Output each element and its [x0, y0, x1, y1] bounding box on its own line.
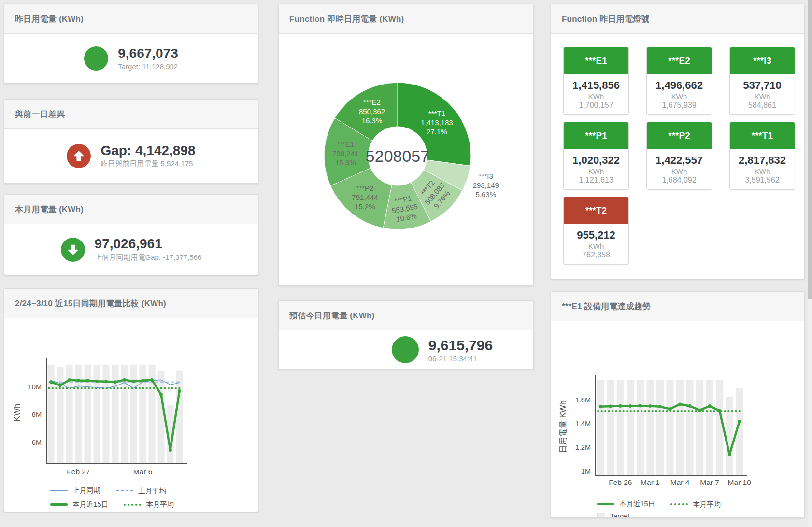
card-body: 97,026,961 上個月同期用電Gap: -17,377,566: [4, 224, 258, 275]
data-point-marker: [141, 379, 144, 382]
target-bar: [157, 371, 164, 463]
legend-item[interactable]: 本月近15日: [50, 500, 108, 509]
lamp-tile-body: 1,415,856KWh1,700,157: [564, 74, 628, 114]
lamp-tile-target: 1,684,092: [662, 176, 696, 185]
card-title: 與前一日差異: [15, 109, 65, 120]
data-point-marker: [114, 380, 117, 384]
legend-item[interactable]: 本月平均: [670, 500, 721, 509]
gap-subtext: 昨日與前日用電量 5,524,175: [100, 159, 195, 169]
target-bar: [597, 380, 604, 475]
target-bar: [130, 365, 137, 463]
lamp-tile-target: 3,591,562: [745, 176, 779, 185]
data-point-marker: [708, 404, 712, 408]
y-tick-label: 1.2M: [575, 443, 591, 451]
legend-swatch-icon: [116, 490, 133, 491]
lamp-tile-6[interactable]: ***T12,817,832KWh3,591,562: [729, 122, 795, 190]
stat-text: 97,026,961 上個月同期用電Gap: -17,377,566: [95, 237, 202, 262]
legend-item[interactable]: 本月平均: [124, 500, 174, 509]
month-usage-stat: 97,026,961 上個月同期用電Gap: -17,377,566: [4, 224, 258, 275]
target-bar: [716, 380, 723, 475]
stat-text: 9,667,073 Target: 11,128,992: [118, 46, 178, 71]
target-bar: [666, 380, 673, 475]
legend-item[interactable]: Target: [597, 513, 629, 518]
lamp-tile-7[interactable]: ***T2955,212KWh762,358: [563, 197, 629, 265]
x-tick-label: Mar 1: [641, 478, 660, 486]
y-tick-label: 10M: [28, 383, 42, 391]
card-header: Function 昨日用電燈號: [551, 4, 804, 34]
target-bar: [726, 397, 733, 475]
legend-swatch-icon: [124, 504, 141, 506]
card-realtime-donut: Function 即時日用電量 (KWh) ***T11,413,18327.1…: [278, 4, 534, 286]
target-bar: [656, 380, 664, 475]
card-title: Function 即時日用電量 (KWh): [289, 14, 404, 25]
legend-swatch-icon: [670, 503, 688, 505]
legend-row: 本月近15日本月平均: [50, 499, 258, 510]
data-point-marker: [178, 389, 181, 393]
x-tick-label: Feb 26: [609, 478, 632, 486]
legend-swatch-icon: [597, 503, 614, 505]
target-bar: [627, 380, 634, 475]
card-body: 9,615,796 06-21 15:34:41: [279, 330, 533, 369]
compare15-svg: 6M8M10MFeb 27Mar 6KWh: [4, 352, 258, 479]
card-header: 本月用電量 (KWh): [4, 195, 258, 224]
target-bar: [646, 380, 654, 475]
stat-text: Gap: 4,142,898 昨日與前日用電量 5,524,175: [100, 143, 195, 169]
data-point-marker: [619, 404, 622, 408]
legend-swatch-icon: [50, 503, 68, 506]
data-point-marker: [718, 409, 721, 413]
vertical-scrollbar-thumb[interactable]: [808, 0, 812, 299]
lamp-tile-target: 1,121,613: [579, 176, 613, 185]
data-point-marker: [49, 380, 53, 384]
compare-15day-chart[interactable]: 6M8M10MFeb 27Mar 6KWh: [4, 352, 258, 481]
data-point-marker: [609, 405, 612, 408]
lamp-tile-header: ***T2: [564, 197, 628, 224]
card-header: 預估今日用電量 (KWh): [279, 301, 533, 330]
target-bar: [617, 380, 624, 475]
card-body: ***T11,413,18327.1%***I3293,1495.63%***T…: [279, 34, 533, 285]
lamp-tile-2[interactable]: ***E21,496,662KWh1,675,939: [646, 47, 712, 115]
legend-item[interactable]: 上月平均: [116, 486, 166, 496]
card-body: Gap: 4,142,898 昨日與前日用電量 5,524,175: [4, 129, 258, 183]
lamp-tile-unit: KWh: [671, 92, 687, 100]
target-bar: [607, 380, 614, 475]
compare-chart-legend: 上月同期上月平均本月近15日本月平均Target: [50, 484, 258, 512]
card-body: ***E11,415,856KWh1,700,157***E21,496,662…: [551, 34, 804, 279]
data-point-marker: [669, 407, 672, 411]
data-point-marker: [658, 405, 662, 408]
target-bar: [112, 365, 118, 463]
legend-row: 上月同期上月平均: [50, 484, 258, 496]
data-point-marker: [86, 379, 89, 382]
target-bar: [706, 380, 713, 475]
legend-item[interactable]: 本月近15日: [597, 499, 655, 509]
card-gap-previous-day: 與前一日差異 Gap: 4,142,898 昨日與前日用電量 5,524,175: [4, 99, 258, 184]
lamp-tile-1[interactable]: ***E11,415,856KWh1,700,157: [563, 47, 629, 115]
data-point-marker: [95, 380, 99, 383]
target-bar: [176, 371, 183, 463]
legend-label: 本月平均: [146, 500, 174, 509]
data-point-marker: [132, 380, 135, 383]
lamp-tile-value: 537,710: [743, 79, 782, 92]
month-usage-value: 97,026,961: [95, 237, 202, 252]
lamp-tile-3[interactable]: ***I3537,710KWh584,861: [729, 47, 795, 115]
lamp-tile-unit: KWh: [671, 167, 687, 175]
card-e1-trend-chart: ***E1 設備用電達成趨勢 1M1.2M1.4M1.6MFeb 26Mar 1…: [551, 291, 805, 518]
trend_e1-svg: 1M1.2M1.4M1.6MFeb 26Mar 1Mar 4Mar 7Mar 1…: [551, 348, 805, 493]
lamp-tile-value: 2,817,832: [739, 154, 786, 167]
gap-value: Gap: 4,142,898: [100, 143, 195, 158]
legend-item[interactable]: 上月同期: [50, 486, 100, 495]
y-axis-title: KWh: [13, 404, 22, 422]
lamp-tile-unit: KWh: [755, 167, 770, 175]
lamp-tile-5[interactable]: ***P21,422,557KWh1,684,092: [646, 122, 712, 190]
legend-label: 上月同期: [72, 486, 100, 495]
lamp-tile-4[interactable]: ***P11,020,322KWh1,121,613: [563, 122, 629, 190]
vertical-scrollbar-track[interactable]: [808, 0, 812, 527]
card-lamp-status: Function 昨日用電燈號 ***E11,415,856KWh1,700,1…: [551, 4, 805, 279]
card-header: 與前一日差異: [4, 100, 258, 129]
lamp-tile-body: 2,817,832KWh3,591,562: [730, 149, 795, 189]
lamp-tile-unit: KWh: [588, 92, 604, 100]
lamp-tile-header: ***E2: [647, 47, 712, 74]
e1-trend-chart[interactable]: 1M1.2M1.4M1.6MFeb 26Mar 1Mar 4Mar 7Mar 1…: [551, 348, 804, 495]
card-title: 2/24~3/10 近15日同期用電量比較 (KWh): [15, 298, 166, 309]
realtime-usage-donut-chart[interactable]: ***T11,413,18327.1%***I3293,1495.63%***T…: [279, 34, 533, 286]
lamp-tile-target: 584,861: [748, 101, 776, 110]
